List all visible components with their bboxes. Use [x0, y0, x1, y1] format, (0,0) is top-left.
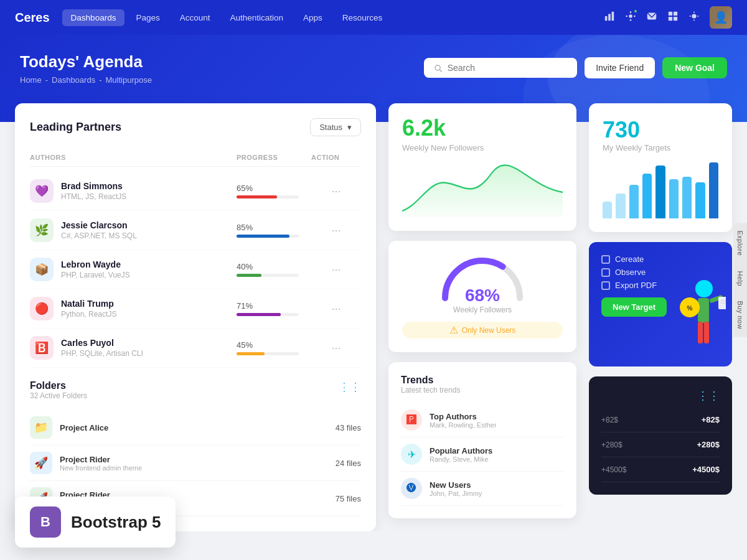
trends-card: Trends Latest tech trends 🅿 Top Authors … [388, 362, 576, 518]
gauge-badge: ⚠ Only New Users [402, 322, 563, 338]
earnings-item: +82$ +82$ [601, 408, 720, 432]
earnings-value: +82$ [702, 415, 720, 424]
svg-rect-21 [698, 298, 709, 323]
author-name: Lebron Wayde [61, 259, 130, 269]
bar-chart [603, 162, 718, 218]
mid-panel: 6.2k Weekly New Followers [388, 103, 576, 531]
user-avatar[interactable]: 👤 [710, 6, 732, 29]
new-target-button[interactable]: New Target [601, 297, 667, 317]
bar-4 [642, 174, 652, 218]
nav-account[interactable]: Account [171, 9, 219, 26]
followers-value: 6.2k [402, 117, 563, 139]
nav-authentication[interactable]: Authentication [221, 9, 292, 26]
progress-bar-fill [237, 274, 261, 277]
followers-label: Weekly New Followers [402, 143, 563, 152]
nav-pages[interactable]: Pages [127, 9, 168, 26]
progress-cell: 71% [237, 301, 311, 316]
bar-7 [682, 177, 692, 219]
author-row: 🌿 Jessie Clarcson C#, ASP.NET, MS SQL 85… [30, 211, 361, 250]
author-name: Brad Simmons [61, 181, 126, 191]
action-menu-button[interactable]: ··· [311, 224, 361, 237]
svg-rect-2 [612, 11, 614, 20]
message-icon[interactable] [646, 11, 657, 25]
earnings-item: +4500$ +4500$ [601, 457, 720, 482]
action-menu-button[interactable]: ··· [311, 263, 361, 276]
author-skills: PHP, SQLite, Artisan CLI [61, 349, 143, 358]
earnings-label: +4500$ [601, 465, 626, 474]
author-info: 🔴 Natali Trump Python, ReactJS [30, 297, 237, 320]
folder-row-left: 📁 Project Alice [30, 416, 108, 439]
navbar-right: 👤 [604, 6, 732, 29]
svg-rect-10 [674, 11, 677, 15]
help-label[interactable]: Help [733, 263, 747, 294]
progress-bar-bg [237, 195, 299, 198]
svg-rect-9 [669, 11, 672, 15]
bootstrap-text: Bootstrap 5 [71, 513, 161, 532]
folders-more-icon[interactable]: ⋮⋮ [339, 380, 361, 394]
buy-now-label[interactable]: Buy now [733, 294, 747, 337]
promo-figure: % [664, 242, 732, 366]
progress-cell: 85% [237, 223, 311, 238]
earnings-label: +280$ [601, 441, 622, 449]
action-menu-button[interactable]: ··· [311, 185, 361, 198]
author-row: 🅱️ Carles Puyol PHP, SQLite, Artisan CLI… [30, 329, 361, 368]
progress-bar-fill [237, 352, 265, 355]
author-info: 📦 Lebron Wayde PHP, Laravel, VueJS [30, 258, 237, 281]
folder-files: 24 files [336, 459, 361, 468]
explore-label[interactable]: Explore [733, 223, 747, 263]
navbar: Ceres Dashboards Pages Account Authentic… [0, 0, 747, 35]
progress-pct: 71% [237, 301, 311, 310]
author-avatar: 🅱️ [30, 336, 54, 360]
folders-title: Folders [30, 380, 87, 391]
svg-point-20 [695, 280, 713, 297]
nav-apps[interactable]: Apps [294, 9, 331, 26]
panel-title: Leading Partners [30, 121, 121, 134]
status-dropdown[interactable]: Status ▾ [310, 118, 361, 136]
earnings-label: +82$ [601, 416, 618, 424]
search-input[interactable] [448, 63, 568, 73]
earnings-list: +82$ +82$ +280$ +280$ +4500$ +4500$ [601, 408, 720, 482]
search-icon [434, 63, 443, 73]
svg-rect-23 [704, 322, 709, 343]
sun-icon[interactable] [688, 11, 700, 25]
targets-value: 730 [603, 117, 718, 143]
invite-friend-button[interactable]: Invite Friend [585, 57, 655, 78]
table-header: AUTHORS PROGRESS ACTION [30, 149, 361, 167]
search-box[interactable] [424, 58, 577, 78]
progress-cell: 45% [237, 340, 311, 355]
bar-chart-icon[interactable] [604, 11, 615, 25]
svg-point-3 [629, 14, 632, 17]
grid-icon[interactable] [667, 11, 679, 25]
author-row: 🔴 Natali Trump Python, ReactJS 71% ··· [30, 289, 361, 329]
sparkle-icon[interactable] [625, 11, 636, 25]
trend-item: 🅥 New Users John, Pat, Jimmy [401, 472, 564, 506]
earnings-more-icon[interactable]: ⋮⋮ [697, 389, 720, 403]
author-skills: Python, ReactJS [61, 310, 116, 319]
svg-point-6 [626, 15, 627, 17]
author-name: Natali Trump [61, 299, 116, 309]
earnings-item: +280$ +280$ [601, 432, 720, 457]
folders-header: Folders 32 Active Folders ⋮⋮ [30, 380, 361, 400]
author-avatar: 🌿 [30, 218, 54, 242]
svg-point-7 [634, 15, 636, 17]
progress-bar-bg [237, 313, 299, 316]
progress-pct: 85% [237, 223, 311, 232]
author-skills: HTML, JS, ReactJS [61, 192, 126, 201]
earnings-value: +4500$ [692, 465, 720, 474]
trends-list: 🅿 Top Authors Mark, Rowling, Esther ✈ Po… [401, 403, 564, 506]
folder-row: 🚀 Project Rider New frontend admin theme… [30, 446, 361, 481]
trend-item: 🅿 Top Authors Mark, Rowling, Esther [401, 403, 564, 437]
leading-partners-panel: Leading Partners Status ▾ AUTHORS PROGRE… [15, 103, 376, 531]
panel-header: Leading Partners Status ▾ [30, 118, 361, 136]
author-name: Jessie Clarcson [61, 220, 137, 230]
trend-desc: Randy, Steve, Mike [430, 455, 492, 463]
progress-bar-bg [237, 274, 299, 277]
action-menu-button[interactable]: ··· [311, 342, 361, 355]
nav-dashboards[interactable]: Dashboards [62, 9, 125, 26]
new-goal-button[interactable]: New Goal [662, 57, 727, 78]
targets-label: My Weekly Targets [603, 143, 718, 152]
svg-rect-12 [674, 16, 677, 20]
nav-resources[interactable]: Resources [334, 9, 392, 26]
svg-rect-1 [608, 14, 611, 21]
action-menu-button[interactable]: ··· [311, 302, 361, 315]
